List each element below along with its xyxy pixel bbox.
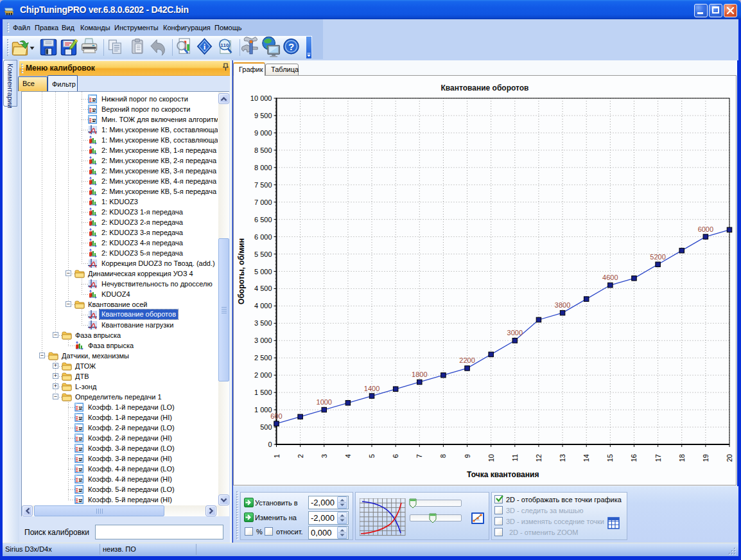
svg-text:6 500: 6 500 [254,216,272,223]
svg-text:3 000: 3 000 [254,337,272,344]
svg-text:6: 6 [392,454,399,458]
svg-text:5 000: 5 000 [254,268,272,276]
svg-text:1.2: 1.2 [78,478,83,482]
svg-text:Точка квантования: Точка квантования [467,470,539,479]
svg-text:4600: 4600 [602,274,618,281]
svg-text:1000: 1000 [317,398,332,406]
svg-text:2 500: 2 500 [254,354,272,362]
svg-text:1: 1 [273,454,281,458]
svg-text:12: 12 [535,454,543,462]
svg-text:5: 5 [368,454,376,458]
svg-text:500: 500 [260,423,272,431]
svg-text:10 000: 10 000 [250,94,272,102]
svg-text:1.2: 1.2 [78,426,83,431]
svg-text:2: 2 [297,454,304,458]
svg-text:1.2: 1.2 [78,416,83,421]
svg-text:1.2: 1.2 [78,437,83,441]
svg-text:5 500: 5 500 [254,250,272,258]
svg-text:1400: 1400 [364,385,379,392]
svg-text:9 500: 9 500 [254,112,272,119]
svg-text:8 500: 8 500 [254,146,272,154]
svg-text:600: 600 [270,412,282,420]
svg-text:16: 16 [630,454,638,462]
svg-text:14: 14 [582,454,590,462]
svg-text:3: 3 [320,454,328,458]
svg-text:4 500: 4 500 [254,284,272,292]
svg-text:1.2: 1.2 [78,498,83,503]
svg-text:1.2: 1.2 [78,468,83,472]
svg-text:18: 18 [678,454,686,462]
svg-text:5200: 5200 [650,253,665,261]
svg-text:?: ? [288,41,294,52]
svg-text:3 500: 3 500 [254,319,272,327]
svg-text:8 000: 8 000 [254,164,272,171]
svg-text:1.2: 1.2 [78,406,83,410]
svg-text:3000: 3000 [507,329,523,337]
svg-text:1 000: 1 000 [254,406,272,414]
svg-text:7 500: 7 500 [254,181,272,189]
svg-text:4 000: 4 000 [254,302,272,310]
svg-text:Обороты, об/мин: Обороты, об/мин [237,238,246,304]
svg-text:1.2: 1.2 [78,488,83,493]
svg-text:7: 7 [415,454,423,458]
svg-text:11: 11 [511,454,519,461]
svg-text:2200: 2200 [459,356,475,364]
svg-text:1800: 1800 [412,371,427,378]
svg-text:17: 17 [654,454,662,462]
svg-text:i: i [204,42,206,51]
svg-text:3800: 3800 [555,301,570,309]
svg-text:19: 19 [702,454,710,462]
svg-text:8: 8 [439,454,447,458]
svg-text:1.2: 1.2 [78,457,83,462]
svg-text:15: 15 [606,454,614,462]
svg-text:9: 9 [464,454,471,458]
svg-text:10: 10 [487,454,495,462]
svg-text:1.2: 1.2 [92,118,96,123]
svg-text:1.2: 1.2 [78,447,83,451]
svg-text:1 500: 1 500 [254,389,272,396]
svg-text:7 000: 7 000 [254,198,272,206]
svg-text:6 000: 6 000 [254,233,272,241]
svg-text:1.2: 1.2 [92,98,96,102]
svg-text:9 000: 9 000 [254,129,272,137]
svg-text:2 000: 2 000 [254,371,272,379]
svg-text:4: 4 [344,454,352,458]
svg-text:20: 20 [726,454,733,462]
svg-text:0: 0 [268,441,272,448]
svg-text:110: 110 [220,42,229,48]
svg-text:13: 13 [559,454,566,462]
svg-text:1.2: 1.2 [92,108,96,112]
svg-text:6000: 6000 [698,225,713,233]
